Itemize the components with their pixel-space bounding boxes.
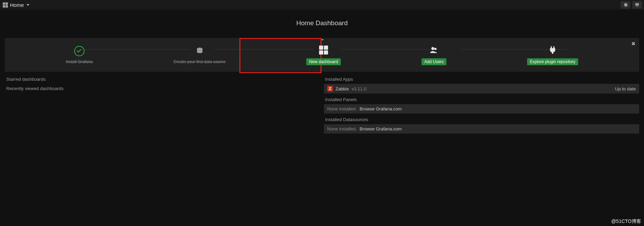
breadcrumb-home[interactable]: Home [2,2,29,8]
page-title: Home Dashboard [0,10,644,38]
step-explore-plugins[interactable]: Explore plugin repository [527,45,578,65]
installed-panels-header: Installed Panels [324,95,640,104]
breadcrumb-label: Home [10,2,24,8]
lower-grid: Starred dashboards Recently viewed dashb… [5,75,639,135]
chevron-down-icon [27,4,29,6]
collapse-steps-button[interactable] [318,38,326,41]
steps-row: Install Grafana Create your first data s… [5,45,639,65]
right-column: Installed Apps Z Zabbix v3.11.0 Up to da… [324,75,640,135]
panels-empty-row: None installed. Browse Grafana.com [324,104,640,114]
none-installed-text: None installed. [327,126,357,131]
users-icon [429,46,439,55]
none-installed-text: None installed. [327,106,357,111]
step-add-users[interactable]: Add Users [422,45,446,65]
app-name: Zabbix [336,86,349,91]
chevron-down-icon [321,39,324,41]
settings-button[interactable] [621,1,630,9]
starred-dashboards-header: Starred dashboards [5,75,320,84]
new-dashboard-button[interactable]: New dashboard [306,58,341,65]
dashboard-icon [3,2,8,8]
step-label: Create your first data source [174,59,226,64]
database-icon [196,47,204,56]
datasources-empty-row: None installed. Browse Grafana.com [324,124,640,134]
app-status: Up to date [615,86,636,91]
recent-dashboards-header: Recently viewed dashboards [5,84,320,93]
step-connector [214,49,313,50]
check-circle-icon [74,46,85,56]
close-icon: ✖ [631,41,636,47]
app-version: v3.11.0 [352,86,367,91]
step-install-grafana: Install Grafana [66,46,93,64]
step-new-dashboard[interactable]: New dashboard [306,45,341,65]
add-users-button[interactable]: Add Users [422,58,446,65]
step-label: Install Grafana [66,59,93,64]
explore-plugins-button[interactable]: Explore plugin repository [527,58,578,65]
svg-point-1 [432,47,435,50]
app-row-zabbix[interactable]: Z Zabbix v3.11.0 Up to date [324,84,640,94]
topbar-actions [621,1,642,9]
dashboard-icon [319,46,328,55]
plug-icon [548,46,557,55]
installed-apps-header: Installed Apps [324,75,640,84]
watermark: @51CTO博客 [611,218,641,225]
svg-point-2 [434,48,437,50]
tv-mode-button[interactable] [632,1,642,9]
zabbix-icon: Z [327,86,333,91]
browse-grafana-link[interactable]: Browse Grafana.com [360,106,402,111]
left-column: Starred dashboards Recently viewed dashb… [5,75,320,135]
installed-datasources-header: Installed Datasources [324,115,640,124]
close-steps-button[interactable]: ✖ [631,41,636,47]
step-create-datasource: Create your first data source [174,46,226,64]
browse-grafana-link[interactable]: Browse Grafana.com [360,126,402,131]
getting-started-panel: ✖ Install Grafana Create your first data… [5,38,639,72]
topbar: Home [0,0,644,10]
monitor-icon [635,2,640,7]
gear-icon [623,2,628,7]
